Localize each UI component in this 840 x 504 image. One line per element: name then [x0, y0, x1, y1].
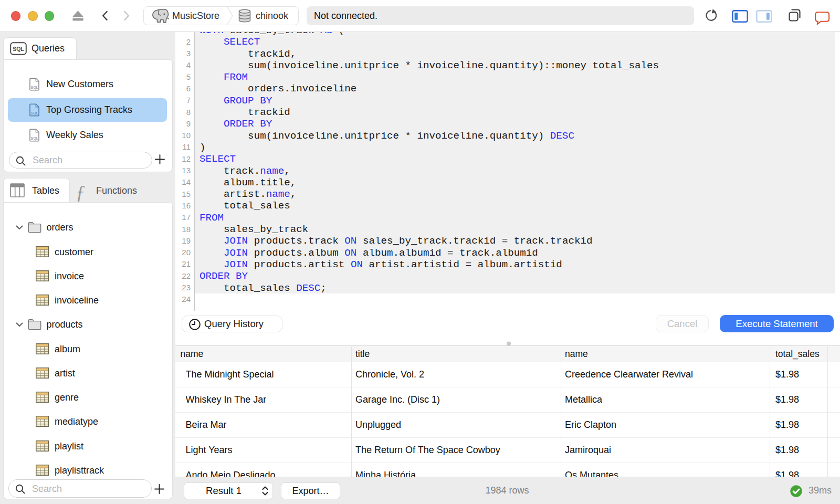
svg-text:SQL: SQL	[13, 46, 24, 52]
svg-text:SQL: SQL	[30, 136, 38, 141]
svg-text:SQL: SQL	[30, 111, 38, 116]
svg-text:SQL: SQL	[30, 86, 38, 90]
